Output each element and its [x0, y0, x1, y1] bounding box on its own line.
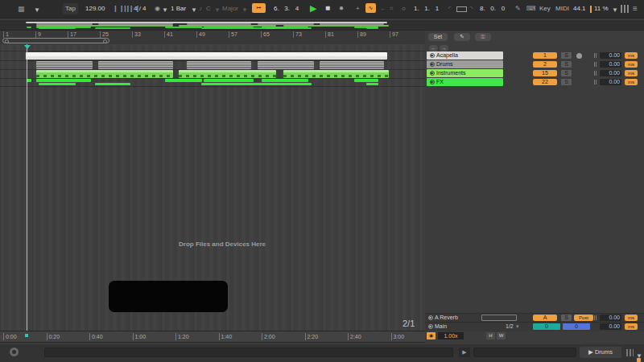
clip[interactable]	[258, 61, 314, 69]
return-delay-unit[interactable]: ms	[625, 315, 638, 321]
return-delay-value[interactable]: 0.00	[600, 315, 621, 321]
zoom-scroll-handle[interactable]	[2, 38, 109, 43]
track-name-cell[interactable]: ▶Drums	[427, 60, 503, 68]
crossfade-selector[interactable]: 1/2 ▼	[506, 323, 533, 331]
tempo-field[interactable]: 129.00	[85, 3, 105, 14]
set-locator-button[interactable]: Set	[428, 33, 448, 41]
lock-envelopes-button[interactable]: ⚿	[475, 33, 491, 41]
track-fold-icon[interactable]: ▶	[430, 71, 435, 76]
track-delay-unit[interactable]: ms	[625, 61, 638, 68]
notification-dot[interactable]	[637, 358, 641, 362]
re-enable-automation-icon[interactable]: ←	[380, 3, 386, 14]
loop-start-display[interactable]: 1. 1. 1	[414, 3, 439, 14]
punch-out-icon[interactable]: ◝	[470, 3, 473, 14]
clip[interactable]	[201, 83, 275, 86]
main-delay-value[interactable]: 0.00	[600, 323, 621, 330]
clip[interactable]	[320, 61, 384, 69]
controller-grid-icon[interactable]: ▦	[18, 3, 25, 14]
clip[interactable]	[283, 70, 389, 78]
status-play-icon[interactable]: ▶	[459, 348, 470, 357]
time-signature-field[interactable]: 4 / 4	[134, 3, 147, 14]
stop-button[interactable]: ■	[325, 2, 330, 14]
track-delay-unit[interactable]: ms	[625, 79, 638, 85]
clip[interactable]	[266, 83, 312, 86]
track-number-badge[interactable]: 15	[533, 70, 557, 76]
automation-arm-button[interactable]: ∿	[365, 3, 376, 13]
clip[interactable]	[366, 83, 378, 86]
clip[interactable]	[98, 61, 173, 69]
clip[interactable]	[354, 79, 378, 82]
track-number-badge[interactable]: 22	[533, 79, 557, 85]
selected-track-button[interactable]: ▶ Drums	[580, 347, 621, 358]
main-track-name[interactable]: Main	[435, 323, 447, 331]
track-header-row[interactable]: ▶FX22S0.00ms	[425, 78, 644, 86]
arrangement-area[interactable]: Drop Files and Devices Here 2/1	[0, 44, 426, 331]
track-fold-icon[interactable]: ▶	[430, 80, 435, 84]
return-track-name[interactable]: A Reverb	[435, 314, 458, 322]
session-record-icon[interactable]: ○	[402, 3, 406, 14]
track-delay-value[interactable]: 0.00	[600, 79, 621, 85]
clip[interactable]	[204, 79, 254, 82]
track-name-cell[interactable]: ▶Instruments	[427, 69, 503, 77]
key-root-menu[interactable]: C	[206, 3, 211, 14]
main-delay-unit[interactable]: ms	[625, 323, 638, 330]
info-view-icon[interactable]	[10, 348, 19, 356]
record-button[interactable]: ●	[339, 2, 344, 14]
track-name-cell[interactable]: ▶Acapella	[427, 51, 503, 60]
midi-overdub-icon[interactable]: +	[356, 3, 360, 14]
clip[interactable]	[36, 70, 173, 78]
clip[interactable]	[36, 79, 91, 82]
tap-tempo-button[interactable]: Tap	[63, 3, 78, 14]
clip[interactable]	[262, 79, 308, 82]
tempo-follower-value[interactable]: 1.00x	[438, 332, 464, 339]
main-track-row[interactable]: ▶ Main 1/2 ▼ 0 0 0.00 ms	[425, 322, 644, 331]
main-pan-value[interactable]: 0	[533, 323, 560, 330]
track-delay-value[interactable]: 0.00	[600, 61, 621, 68]
insert-marker-icon[interactable]	[24, 45, 31, 49]
track-header-row[interactable]: ▶Acapella1S0.00ms	[425, 51, 644, 60]
clip[interactable]	[187, 61, 251, 69]
return-solo-button[interactable]: S	[561, 315, 572, 321]
track-solo-button[interactable]: S	[561, 79, 572, 85]
key-root-dropdown-icon[interactable]: ▼	[214, 5, 221, 16]
track-fold-icon[interactable]: ▶	[430, 53, 435, 58]
track-delay-unit[interactable]: ms	[625, 70, 638, 76]
track-fold-icon[interactable]: ▶	[430, 62, 435, 67]
clip[interactable]	[39, 83, 76, 86]
loop-length-display[interactable]: 8. 0. 0	[480, 3, 505, 14]
return-fold-icon[interactable]: ▶	[428, 315, 433, 320]
time-ruler[interactable]: 0:000:200:401:001:201:402:002:202:403:00	[0, 331, 425, 343]
clip[interactable]	[179, 70, 276, 78]
panel-left-arrow-button[interactable]: ←	[429, 45, 438, 51]
return-input-box[interactable]	[481, 315, 517, 321]
punch-in-icon[interactable]: ◜	[448, 3, 451, 14]
track-solo-button[interactable]: S	[561, 70, 572, 76]
scale-icon[interactable]: ♪	[199, 3, 202, 14]
beat-time-ruler[interactable]: 191725334149576573818997	[0, 31, 425, 45]
groove-dropdown-icon[interactable]: ▼	[162, 5, 168, 16]
track-solo-button[interactable]: S	[561, 61, 572, 68]
draw-mode-icon[interactable]: ✎	[515, 3, 521, 14]
key-map-button[interactable]: Key	[539, 3, 551, 14]
quantize-dropdown-icon[interactable]: ▼	[191, 5, 197, 16]
show-hide-h-button[interactable]: H	[486, 332, 495, 339]
track-delay-value[interactable]: 0.00	[600, 70, 621, 76]
main-fold-icon[interactable]: ▶	[428, 324, 433, 329]
arrangement-overview[interactable]	[0, 20, 644, 31]
hamburger-menu-icon[interactable]: ≡	[633, 3, 638, 14]
quantize-menu[interactable]: 1 Bar	[171, 3, 186, 14]
track-header-row[interactable]: ▶Drums2S0.00ms	[425, 60, 644, 68]
follow-button[interactable]: ↦	[252, 3, 266, 13]
arrangement-position-display[interactable]: 6. 3. 4	[274, 3, 299, 14]
track-number-badge[interactable]: 2	[533, 61, 557, 68]
clip[interactable]	[165, 79, 202, 82]
clip[interactable]	[26, 52, 387, 60]
midi-map-button[interactable]: MIDI	[555, 3, 569, 14]
track-name-cell[interactable]: ▶FX	[427, 78, 503, 86]
groove-pool-icon[interactable]: ◉	[155, 3, 160, 14]
cpu-dropdown-icon[interactable]: ▼	[612, 5, 618, 16]
zoom-handle-left-grip[interactable]	[5, 39, 9, 43]
track-header-row[interactable]: ▶Instruments15S0.00ms	[425, 69, 644, 77]
return-post-badge[interactable]: Post	[574, 315, 593, 321]
return-badge[interactable]: A	[533, 315, 557, 321]
